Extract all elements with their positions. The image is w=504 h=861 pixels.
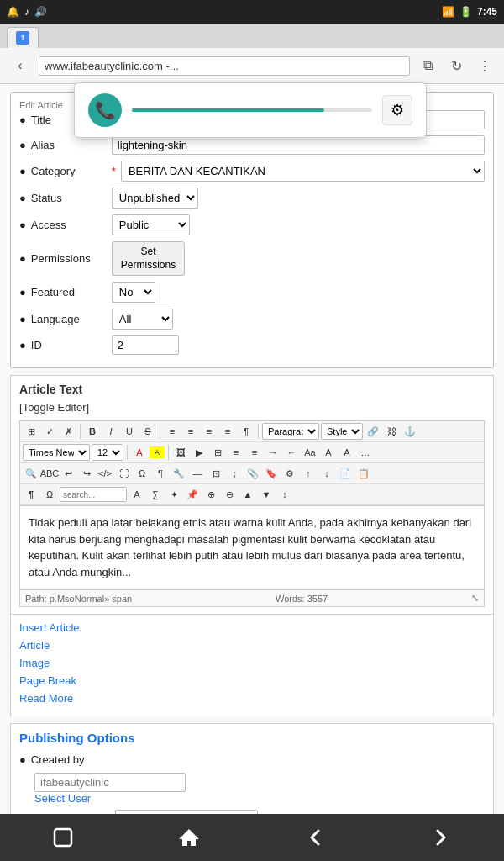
toolbar-btn-s3[interactable]: ✦ bbox=[165, 486, 182, 503]
toolbar-extra12-btn[interactable]: 📋 bbox=[355, 465, 372, 482]
toolbar-btn-s5[interactable]: ⊕ bbox=[202, 486, 219, 503]
toolbar-btn-s8[interactable]: ▼ bbox=[258, 486, 275, 503]
toolbar-extra4-btn[interactable]: ⊡ bbox=[207, 465, 224, 482]
toolbar-btn-s7[interactable]: ▲ bbox=[239, 486, 256, 503]
toolbar-search-input[interactable] bbox=[60, 487, 127, 502]
toolbar-extra8-btn[interactable]: ⚙ bbox=[281, 465, 298, 482]
toolbar-bold-btn[interactable]: B bbox=[84, 423, 101, 440]
read-more-link[interactable]: Read More bbox=[19, 692, 485, 705]
toolbar-para2-btn[interactable]: ¶ bbox=[23, 486, 39, 503]
toolbar-align-right-btn[interactable]: ≡ bbox=[201, 423, 218, 440]
url-bar[interactable] bbox=[39, 56, 410, 76]
toolbar-btn-s2[interactable]: ∑ bbox=[147, 486, 164, 503]
toolbar-indent-btn[interactable]: → bbox=[265, 444, 281, 461]
article-link[interactable]: Article bbox=[19, 639, 485, 652]
toolbar-btn-s6[interactable]: ⊖ bbox=[221, 486, 238, 503]
toolbar-outdent-btn[interactable]: ← bbox=[283, 444, 300, 461]
paragraph-select[interactable]: Paragraph bbox=[262, 423, 319, 440]
font-select[interactable]: Times New Rc bbox=[23, 444, 90, 461]
toolbar-extra1-btn[interactable]: Ω bbox=[134, 465, 150, 482]
toolbar-align-justify-btn[interactable]: ≡ bbox=[219, 423, 236, 440]
alias-label: Alias bbox=[31, 139, 107, 151]
toolbar-uppercase-btn[interactable]: Aa bbox=[302, 444, 318, 461]
size-select[interactable]: 12pt bbox=[92, 444, 123, 461]
toolbar-sup-btn[interactable]: A bbox=[339, 444, 355, 461]
toolbar-sub-btn[interactable]: A bbox=[320, 444, 337, 461]
nav-bar: ‹ ⧉ ↻ ⋮ bbox=[0, 48, 504, 84]
toolbar-anchor-btn[interactable]: ⚓ bbox=[402, 423, 418, 440]
toolbar-extra10-btn[interactable]: ↓ bbox=[318, 465, 335, 482]
category-row: ● Category * BERITA DAN KECANTIKAN Uncat… bbox=[19, 161, 485, 182]
editor-content-area[interactable]: Tidak peduli apa latar belakang etnis at… bbox=[19, 506, 485, 590]
toolbar-list-ol-btn[interactable]: ≡ bbox=[246, 444, 263, 461]
toolbar-check-btn[interactable]: ✓ bbox=[41, 423, 58, 440]
toolbar-extra7-btn[interactable]: 🔖 bbox=[263, 465, 280, 482]
browser-tab[interactable]: 1 bbox=[7, 27, 39, 48]
toolbar-omega-btn[interactable]: Ω bbox=[41, 486, 58, 503]
toolbar-find-btn[interactable]: 🔍 bbox=[23, 465, 39, 482]
bottom-home-button[interactable] bbox=[164, 821, 214, 854]
toolbar-align-left-btn[interactable]: ≡ bbox=[164, 423, 181, 440]
toolbar-hilite-btn[interactable]: A bbox=[150, 446, 165, 458]
bottom-forward-button[interactable] bbox=[416, 821, 466, 854]
toolbar-btn-s4[interactable]: 📌 bbox=[184, 486, 201, 503]
toolbar-list-ul-btn[interactable]: ≡ bbox=[228, 444, 244, 461]
toolbar-grid-btn[interactable]: ⊞ bbox=[23, 423, 39, 440]
toggle-editor-button[interactable]: Toggle Editor bbox=[19, 401, 89, 414]
toolbar-extra6-btn[interactable]: 📎 bbox=[244, 465, 261, 482]
toolbar-more1-btn[interactable]: … bbox=[357, 444, 374, 461]
insert-article-link[interactable]: Insert Article bbox=[19, 621, 485, 634]
category-select[interactable]: BERITA DAN KECANTIKAN Uncategorized bbox=[121, 161, 485, 182]
toolbar-color-btn[interactable]: A bbox=[131, 444, 148, 461]
publishing-options-title[interactable]: Publishing Options bbox=[19, 731, 485, 745]
alias-input[interactable] bbox=[112, 135, 485, 155]
resize-icon[interactable]: ⤡ bbox=[471, 593, 479, 604]
toolbar-fullscreen-btn[interactable]: ⛶ bbox=[115, 465, 132, 482]
toolbar-unlink-btn[interactable]: ⛓ bbox=[383, 423, 400, 440]
toolbar-align-center-btn[interactable]: ≡ bbox=[182, 423, 199, 440]
reload-button[interactable]: ↻ bbox=[444, 53, 469, 78]
toolbar-underline-btn[interactable]: U bbox=[121, 423, 138, 440]
styles-select[interactable]: Styles bbox=[321, 423, 363, 440]
toolbar-extra3-btn[interactable]: 🔧 bbox=[171, 465, 187, 482]
call-settings-button[interactable]: ⚙ bbox=[382, 95, 412, 125]
image-link[interactable]: Image bbox=[19, 657, 485, 669]
created-by-input[interactable] bbox=[34, 773, 186, 792]
toolbar-btn-s9[interactable]: ↕ bbox=[276, 486, 293, 503]
toolbar-para-btn[interactable]: ¶ bbox=[238, 423, 255, 440]
toolbar-source-btn[interactable]: </> bbox=[97, 465, 113, 482]
toolbar-table-btn[interactable]: ⊞ bbox=[209, 444, 226, 461]
permissions-label: Permissions bbox=[31, 252, 107, 265]
toolbar-media-btn[interactable]: ▶ bbox=[191, 444, 207, 461]
set-permissions-button[interactable]: SetPermissions bbox=[112, 241, 185, 276]
page-break-link[interactable]: Page Break bbox=[19, 674, 485, 687]
bottom-back-button[interactable] bbox=[290, 821, 340, 854]
toolbar-undo-btn[interactable]: ↩ bbox=[60, 465, 76, 482]
id-input[interactable] bbox=[112, 335, 179, 355]
menu-button[interactable]: ⋮ bbox=[472, 53, 497, 78]
access-select[interactable]: Public Registered Special bbox=[112, 214, 190, 235]
toolbar-x-btn[interactable]: ✗ bbox=[60, 423, 76, 440]
bottom-rect-button[interactable] bbox=[38, 821, 88, 854]
toolbar-redo-btn[interactable]: ↪ bbox=[78, 465, 95, 482]
toolbar-hr-btn[interactable]: — bbox=[189, 465, 206, 482]
featured-select[interactable]: No Yes bbox=[112, 282, 155, 303]
svg-rect-0 bbox=[55, 829, 71, 846]
toolbar-spellcheck-btn[interactable]: ABC bbox=[41, 465, 58, 482]
back-button[interactable]: ‹ bbox=[7, 52, 34, 79]
status-right: 📶 🔋 7:45 bbox=[442, 6, 497, 18]
select-user-link[interactable]: Select User bbox=[34, 792, 91, 805]
toolbar-extra11-btn[interactable]: 📄 bbox=[337, 465, 354, 482]
toolbar-extra5-btn[interactable]: ↨ bbox=[226, 465, 243, 482]
toolbar-link-btn[interactable]: 🔗 bbox=[365, 423, 381, 440]
toolbar-italic-btn[interactable]: I bbox=[102, 423, 119, 440]
created-by-row: ● Created by bbox=[19, 753, 485, 766]
status-select[interactable]: Unpublished Published Archived Trashed bbox=[112, 188, 198, 209]
tabs-button[interactable]: ⧉ bbox=[415, 53, 440, 78]
toolbar-extra9-btn[interactable]: ↑ bbox=[300, 465, 317, 482]
toolbar-btn-s1[interactable]: A bbox=[129, 486, 145, 503]
toolbar-extra2-btn[interactable]: ¶ bbox=[152, 465, 169, 482]
language-select[interactable]: All English bbox=[112, 309, 173, 330]
toolbar-img-btn[interactable]: 🖼 bbox=[172, 444, 189, 461]
toolbar-strike-btn[interactable]: S bbox=[139, 423, 156, 440]
